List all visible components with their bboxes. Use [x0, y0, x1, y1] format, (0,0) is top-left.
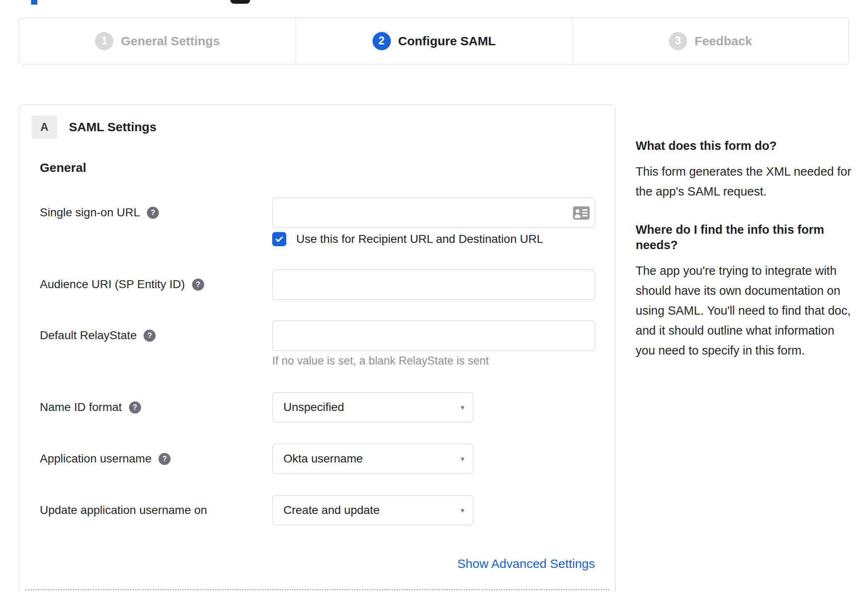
chevron-down-icon: ▼: [459, 404, 466, 411]
name-id-format-select[interactable]: Unspecified ▼: [272, 392, 473, 422]
single-sign-on-url-input[interactable]: [272, 198, 595, 228]
step-3-circle: 3: [669, 32, 687, 50]
application-username-select[interactable]: Okta username ▼: [272, 444, 473, 474]
update-application-username-value: Create and update: [283, 504, 380, 517]
application-username-value: Okta username: [283, 452, 363, 465]
wizard-stepper: 1 General Settings 2 Configure SAML 3 Fe…: [19, 17, 849, 64]
single-sign-on-url-label: Single sign-on URL: [40, 206, 140, 219]
update-application-username-label: Update application username on: [40, 504, 207, 517]
advanced-settings-wrap: Show Advanced Settings: [272, 557, 595, 571]
step-2-circle: 2: [373, 32, 391, 50]
help-icon[interactable]: ?: [158, 453, 171, 465]
sidebar-body-where: The app you're trying to integrate with …: [636, 261, 851, 360]
sidebar-body-what: This form generates the XML needed for t…: [636, 161, 851, 201]
field-label-wrap: Default RelayState ?: [40, 320, 264, 350]
use-for-recipient-url-checkbox[interactable]: [272, 232, 286, 246]
section-badge: A: [32, 115, 57, 139]
default-relaystate-input[interactable]: [272, 320, 595, 351]
field-label-wrap: Audience URI (SP Entity ID) ?: [40, 269, 264, 299]
step-feedback[interactable]: 3 Feedback: [572, 18, 848, 64]
cropped-header-fragment: [31, 0, 37, 5]
group-heading-general: General: [40, 161, 86, 175]
help-icon[interactable]: ?: [129, 401, 141, 413]
section-divider: [25, 589, 610, 590]
show-advanced-settings-link[interactable]: Show Advanced Settings: [457, 557, 595, 570]
relaystate-hint: If no value is set, a blank RelayState i…: [272, 355, 489, 367]
section-header: A SAML Settings: [32, 115, 156, 139]
field-label-wrap: Application username ?: [40, 444, 264, 474]
application-username-label: Application username: [40, 452, 151, 465]
step-configure-saml[interactable]: 2 Configure SAML: [295, 18, 572, 64]
name-id-format-label: Name ID format: [40, 401, 122, 414]
chevron-down-icon: ▼: [459, 507, 466, 514]
saml-settings-card: A SAML Settings General Single sign-on U…: [19, 105, 615, 592]
help-icon[interactable]: ?: [144, 330, 156, 342]
step-1-label: General Settings: [121, 34, 219, 48]
sidebar-heading-where: Where do I find the info this form needs…: [636, 222, 851, 253]
help-icon[interactable]: ?: [147, 207, 159, 219]
checkmark-icon: [274, 234, 284, 244]
help-sidebar: What does this form do? This form genera…: [636, 138, 851, 381]
cropped-app-logo-fragment: [230, 0, 250, 4]
audience-uri-label: Audience URI (SP Entity ID): [40, 278, 185, 291]
use-for-recipient-url-label: Use this for Recipient URL and Destinati…: [296, 232, 543, 246]
step-3-label: Feedback: [695, 34, 752, 48]
step-general-settings[interactable]: 1 General Settings: [20, 18, 295, 64]
help-icon[interactable]: ?: [192, 279, 204, 291]
field-label-wrap: Update application username on: [40, 495, 264, 525]
field-label-wrap: Name ID format ?: [40, 392, 264, 422]
sidebar-heading-what: What does this form do?: [636, 138, 851, 154]
section-title: SAML Settings: [69, 120, 156, 134]
default-relaystate-label: Default RelayState: [40, 329, 137, 342]
audience-uri-input[interactable]: [272, 269, 595, 300]
update-application-username-select[interactable]: Create and update ▼: [272, 495, 473, 525]
chevron-down-icon: ▼: [459, 455, 466, 462]
step-2-label: Configure SAML: [398, 34, 496, 48]
field-label-wrap: Single sign-on URL ?: [40, 198, 264, 228]
name-id-format-value: Unspecified: [283, 401, 344, 414]
configure-saml-page: 1 General Settings 2 Configure SAML 3 Fe…: [0, 0, 868, 592]
step-1-circle: 1: [95, 32, 113, 50]
contact-card-icon[interactable]: [573, 206, 590, 220]
recipient-url-checkbox-row: Use this for Recipient URL and Destinati…: [272, 232, 543, 246]
